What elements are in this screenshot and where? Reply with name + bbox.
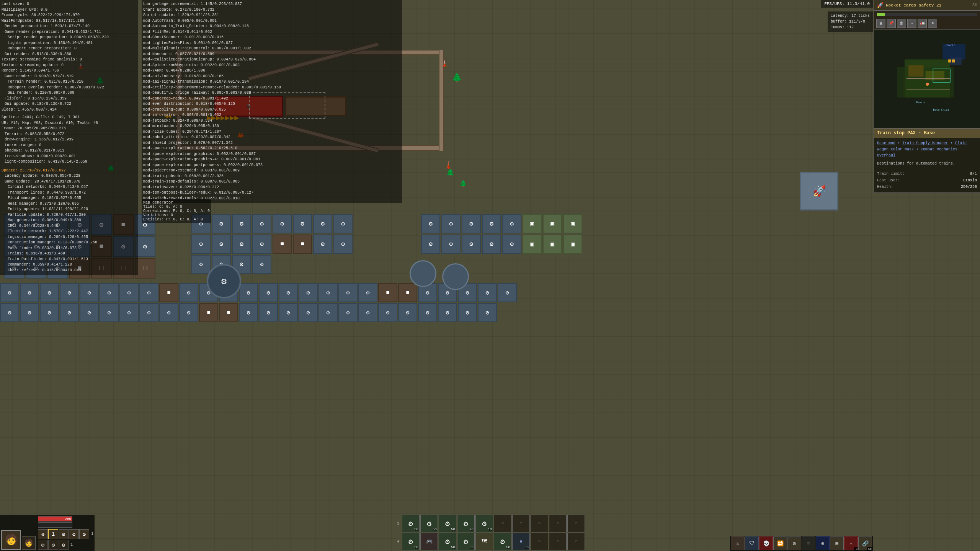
action-btn-plus[interactable]: ⊕ [816,536,830,550]
mod-link-fluid[interactable]: Fluid [955,141,967,145]
action-btn-link[interactable]: 🔗 1k [858,536,872,550]
latency-panel: latency: 17 ticks buffer: 111/3/0 jumps:… [828,11,873,32]
hotbar-slot-4-1[interactable]: ⚙ 50 [402,533,420,550]
mod-link-wagon[interactable]: Wagon Color Mask [877,147,914,152]
slot-4-2-icon: 🎮 [426,538,433,545]
quickbar-slot-3[interactable]: ⚙ [59,529,69,539]
hotbar-row-3[interactable]: 3 ⚙ 50 ⚙ 50 ⚙ 50 ⚙ 20 ⚙ 10 ○ [395,515,585,532]
action-btn-warning[interactable]: ⚠ 8 [844,536,858,550]
hotbar-slot-3-1[interactable]: ⚙ 50 [402,515,420,532]
toolbar-btn-flag[interactable]: ⚑ [928,19,937,28]
hotbar[interactable]: 3 ⚙ 50 ⚙ 50 ⚙ 50 ⚙ 20 ⚙ 10 ○ [394,514,586,551]
hotbar-slot-3-9[interactable]: ○ [549,515,567,532]
action-btn-shield[interactable]: 🛡 [745,536,759,550]
hotbar-slot-3-2[interactable]: ⚙ 50 [420,515,438,532]
hotbar-slot-4-2[interactable]: 🎮 [420,533,438,550]
hotbar-slot-4-10[interactable]: ○ [567,533,585,550]
rocket-cargo-toolbar[interactable]: ▦ 📌 🗑 → 🚛 ⚑ [874,17,980,30]
toolbar-btn-trash[interactable]: 🗑 [897,19,906,28]
hotbar-slot-3-5[interactable]: ⚙ 10 [475,515,493,532]
mod-link-combat[interactable]: Combat Mechanics [921,147,957,152]
action-btn-sword[interactable]: ⚔ [731,536,745,550]
train-limit-label: Train limit: [877,171,905,177]
mod-aai-signal-line: mod-aai-signal-transmission: 0.010/0.001… [143,79,400,85]
rocket-cargo-header: 🚀 Rocket cargo safety 21 8% [874,0,980,11]
action-btn-gear[interactable]: ⚙ [787,536,801,550]
mod-realistic-deco-line: mod-RealisticDecorationCleanup: 0.004/0.… [143,57,400,63]
hotbar-slot-3-10[interactable]: ○ [567,515,585,532]
mod-spidertron-extended-line: mod-spidertron-extended: 0.003/0.001/0.0… [143,168,400,174]
rocket-cargo-panel: 🚀 Rocket cargo safety 21 8% ▦ 📌 🗑 → 🚛 ⚑ [874,0,980,30]
mod-train-stop-defaults-line: mod-train-stop-defaults: 0.000/0.001/0.0… [143,179,400,185]
mod-lighted-poles-line: mod-LightedPolesPlus: 0.001/0.001/0.027 [143,41,400,46]
toolbar-btn-arrow[interactable]: → [907,19,916,28]
electric-network-line: Electric network: 1.570/1.222/2.447 [2,229,136,235]
hotbar-slot-3-8[interactable]: ○ [531,515,548,532]
mod-miniloader-line: mod-miniloader: 0.020/0.005/0.130 [143,124,400,129]
slot-3-3-icon: ⚙ [445,519,450,528]
mod-jetpack-line: mod-jetpack: 0.024/0.008/0.534 [143,118,400,124]
last-save-line: Last save: 0 [2,2,136,7]
player-bars: 200 ⚒ 1 ⚙ ⚙ ⚙ 1 ⚙ ⚙ ⚙ 1 [36,516,93,550]
mod-train-pubsub-line: mod-train-pubsub: 0.068/0.001/2.926 [143,174,400,179]
minimap[interactable]: utoxin Nauvis Boca Chica [874,29,980,130]
rocket-cargo-title: Rocket cargo safety 21 [886,3,970,8]
action-btn-cycle[interactable]: 🔁 [773,536,787,550]
hotbar-slot-4-7[interactable]: ● 50 [512,533,530,550]
render-prep-line: Render preparation: 1.593/1.074/7.140 [2,24,136,29]
action-btn-grid[interactable]: ⊞ [830,536,844,550]
quickbar2-slot-2[interactable]: ⚙ [48,540,58,550]
quickbar-label: 1 [90,529,93,539]
mod-link-base[interactable]: Base mod [877,141,895,145]
action-buttons-panel[interactable]: ⚔ 🛡 💀 🔁 ⚙ ≡ ⊕ ⊞ ⚠ 8 🔗 1k [730,536,873,551]
hotbar-slot-4-6[interactable]: ⚙ 50 [494,533,511,550]
hotbar-row-4[interactable]: 4 ⚙ 50 🎮 ⚙ 50 ⚙ 50 🗺 ⚙ 50 [395,533,585,550]
quickbar2-slot-3[interactable]: ⚙ [59,540,69,550]
slot-3-6-icon: ○ [501,521,504,526]
hotbar-slot-4-4[interactable]: ⚙ 50 [457,533,475,550]
mod-artillery-line: mod-artillery-bombardment-remote-reloade… [143,85,400,91]
terrain2-line: Terrain: 0.063/0.058/0.072 [2,132,136,137]
quickbar-slot-4[interactable]: ⚙ [69,529,79,539]
mod-link-overhaul[interactable]: Overhaul [877,153,895,158]
hotbar-slot-3-6[interactable]: ○ [494,515,511,532]
mod-fill4me-line: mod-Fill4Me: 0.014/0.011/0.062 [143,29,400,35]
large-mechanism: ⚙ [207,264,241,298]
player-avatar-small: 🧑 [22,536,36,550]
hotbar-slot-4-5[interactable]: 🗺 [475,533,493,550]
rocket-icon: 🚀 [877,2,884,8]
terrain-render-line: Terrain render: 0.021/0.015/0.310 [2,79,136,85]
hotbar-slot-4-8[interactable]: ○ [531,533,548,550]
hotbar-slot-4-9[interactable]: ○ [549,533,567,550]
hotbar-slot-4-3[interactable]: ⚙ 50 [439,533,456,550]
quickbar-slot-5[interactable]: ⚙ [79,529,89,539]
train-stop-description: Destinations for automated trains. [877,160,977,167]
svg-rect-15 [948,59,951,62]
mod-autotrash-line: mod-AutoTrash: 0.005/0.001/0.091 [143,18,400,24]
toolbar-btn-grid[interactable]: ▦ [876,19,885,28]
quickbar-slot-1[interactable]: ⚒ [38,529,48,539]
render-line: Render: 1.143/0.694/1.756 [2,68,136,74]
mod-informatron-line: mod-informatron: 0.003/0.001/0.032 [143,112,400,118]
latency-buffer: buffer: 111/3/0 [831,19,870,24]
hotbar-slot-3-4[interactable]: ⚙ 20 [457,515,475,532]
toolbar-btn-truck[interactable]: 🚛 [918,19,927,28]
quickbar2-slot-1[interactable]: ⚙ [38,540,48,550]
logistic-manager-line: Logistic manager: 0.289/0.128/0.455 [2,235,136,240]
slot-4-3-count: 50 [451,546,455,549]
latency-ticks: latency: 17 ticks [831,13,870,19]
player-quickbar-2[interactable]: ⚙ ⚙ ⚙ 1 [38,540,93,550]
mod-link-tsm[interactable]: Train Supply Manager [902,141,948,145]
svg-rect-5 [908,65,924,77]
action-btn-skull[interactable]: 💀 [759,536,773,550]
mod-separator-3: • [916,147,921,152]
latency-jumps: jumps: 112 [831,24,870,30]
hotbar-slot-3-7[interactable]: ○ [512,515,530,532]
svg-text:Nauvis: Nauvis [916,101,926,104]
hotbar-slot-3-3[interactable]: ⚙ 50 [439,515,456,532]
action-btn-menu[interactable]: ≡ [802,536,815,550]
quickbar-slot-2[interactable]: 1 [48,529,58,539]
player-quickbar[interactable]: ⚒ 1 ⚙ ⚙ ⚙ 1 [38,529,93,539]
svg-rect-6 [926,71,945,80]
toolbar-btn-pin[interactable]: 📌 [887,19,896,28]
